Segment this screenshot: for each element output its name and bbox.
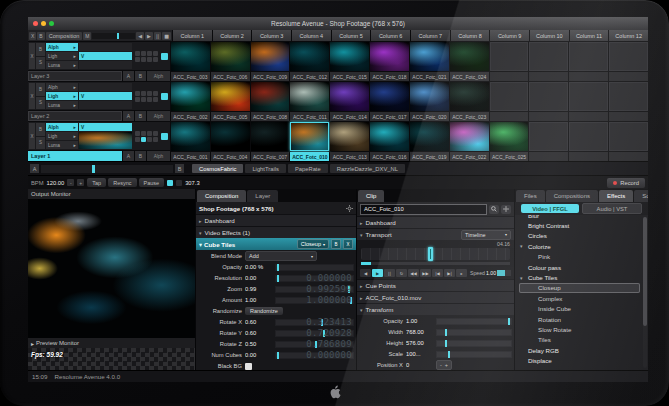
toggle-video-ffgl[interactable]: Video | FFGL [521, 204, 579, 213]
clip-thumbnail[interactable] [251, 42, 290, 71]
column-transport-button[interactable]: ▶ [145, 32, 153, 40]
empty-clip-cell[interactable] [529, 42, 568, 81]
clip-cell[interactable]: ACC_Fotc_006 [211, 42, 250, 81]
cue-points-section[interactable]: ▸Cue Points [357, 279, 514, 291]
layer-name-label[interactable]: Layer 2 [28, 111, 122, 121]
column-transport-button[interactable]: ◀ [136, 32, 144, 40]
parameter-value[interactable]: 0.99 [245, 286, 272, 292]
clip-cell[interactable]: ACC_Fotc_025 [490, 122, 529, 161]
blend-mode-option[interactable]: Alph▸ [46, 43, 78, 51]
transport-mode-dropdown[interactable]: Timeline▾ [461, 230, 511, 240]
clip-thumbnail[interactable] [171, 82, 210, 111]
parameter-value[interactable]: 0.00 % [245, 264, 272, 270]
output-monitor-header[interactable]: Output Monitor [28, 189, 195, 199]
clip-thumbnail[interactable] [410, 82, 449, 111]
bpm-tap-button[interactable]: Tap [87, 178, 106, 187]
clip-cell[interactable]: ACC_Fotc_021 [410, 42, 449, 81]
cube-tiles-effect-header[interactable]: ▾ Cube Tiles Closeup▾ B X [196, 238, 356, 250]
clip-thumbnail[interactable] [609, 42, 648, 71]
mini-transport-button[interactable] [141, 91, 146, 96]
clip-cell[interactable]: ACC_Fotc_007 [251, 122, 290, 161]
clip-thumbnail[interactable] [171, 122, 210, 151]
blend-mode-option[interactable]: Alph▸ [46, 123, 78, 131]
effect-remove-button[interactable]: X [343, 239, 353, 249]
mini-transport-button[interactable] [153, 131, 158, 136]
mini-transport-button[interactable] [153, 51, 158, 56]
clip-thumbnail[interactable] [211, 42, 250, 71]
mini-transport-button[interactable] [147, 91, 152, 96]
parameter-button[interactable]: Randomize [245, 307, 283, 315]
preview-monitor-header[interactable]: ▸ Preview Monitor [28, 338, 195, 348]
clip-cell[interactable]: ACC_Fotc_009 [251, 42, 290, 81]
clip-thumbnail[interactable] [529, 82, 568, 111]
clip-thumbnail[interactable] [370, 82, 409, 111]
clip-thumbnail[interactable] [251, 122, 290, 151]
clip-gear-icon[interactable] [501, 205, 511, 214]
clip-cell[interactable]: ACC_Fotc_003 [171, 42, 210, 81]
bpm-resync-button[interactable]: Resync [108, 178, 136, 187]
mini-transport-button[interactable] [135, 97, 140, 102]
speed-value[interactable]: 1.00 [486, 270, 496, 276]
mini-transport-button[interactable] [135, 57, 140, 62]
column-header[interactable]: Column 1 [173, 30, 212, 41]
layer-clear-button[interactable]: X [29, 123, 35, 149]
clip-cell[interactable]: ACC_Fotc_012 [290, 42, 329, 81]
gear-icon[interactable] [346, 205, 353, 212]
effect-item[interactable]: Circles [519, 231, 640, 241]
layer-crossfader-b-button[interactable]: B [135, 151, 146, 161]
crossfader-a-button[interactable]: A [30, 164, 39, 173]
tab-effects[interactable]: Effects [599, 190, 633, 202]
bpm-increase-button[interactable]: + [77, 179, 84, 186]
blend-mode-option[interactable]: Luma▸ [46, 141, 78, 149]
blend-mode-option[interactable]: Ligh▸ [46, 52, 78, 60]
record-button[interactable]: Record [607, 178, 645, 188]
mini-transport-button[interactable] [153, 57, 158, 62]
mini-transport-button[interactable] [153, 97, 158, 102]
clip-cell[interactable]: ACC_Fotc_024 [450, 42, 489, 81]
parameter-value[interactable]: 0.00 [245, 275, 272, 281]
parameter-slider[interactable] [436, 318, 512, 325]
mini-transport-button[interactable] [147, 131, 152, 136]
parameter-value[interactable]: 0.00 [245, 352, 272, 358]
clip-thumbnail[interactable] [490, 82, 529, 111]
parameter-slider[interactable]: 0.786809 [275, 341, 354, 348]
parameter-slider[interactable]: 0.000000 [275, 275, 354, 282]
parameter-slider[interactable]: 0.720928 [275, 330, 354, 337]
transform-section[interactable]: ▾Transform [357, 303, 514, 315]
parameter-value[interactable]: 768.00 [406, 329, 433, 335]
clip-thumbnail[interactable] [211, 82, 250, 111]
column-header[interactable]: Column 12 [609, 30, 648, 41]
layer-autopilot-button[interactable] [161, 93, 168, 100]
clip-thumbnail[interactable] [251, 82, 290, 111]
clip-thumbnail[interactable] [211, 122, 250, 151]
blend-mode-option[interactable]: Alph▸ [46, 83, 78, 91]
pause-button[interactable]: || [384, 269, 395, 277]
rewind-button[interactable]: ◀◀ [408, 269, 419, 277]
clip-cell[interactable]: ACC_Fotc_004 [211, 122, 250, 161]
layer-crossfader-a-button[interactable]: A [123, 71, 134, 81]
clip-thumbnail[interactable] [370, 122, 409, 151]
effect-preset-item[interactable]: Closeup [519, 283, 640, 293]
layer-bypass-button[interactable]: B [36, 83, 45, 96]
mini-transport-button[interactable] [147, 57, 152, 62]
composition-bypass-button[interactable]: B [37, 32, 44, 40]
clip-thumbnail[interactable] [569, 122, 608, 151]
blend-mode-option[interactable]: Luma▸ [46, 101, 78, 109]
blend-mode-option[interactable]: Ligh▸ [46, 132, 78, 140]
clip-cell[interactable]: ACC_Fotc_010 [290, 122, 329, 161]
clip-thumbnail[interactable] [290, 82, 329, 111]
mini-transport-button[interactable] [135, 51, 140, 56]
clip-cell[interactable]: ACC_Fotc_016 [370, 122, 409, 161]
effect-preset-item[interactable]: Tiles [519, 335, 640, 345]
clip-thumbnail[interactable] [450, 42, 489, 71]
clip-thumbnail[interactable] [490, 42, 529, 71]
prev-button[interactable]: ◀ [360, 269, 371, 277]
clip-thumbnail[interactable] [609, 82, 648, 111]
clip-thumbnail[interactable] [569, 42, 608, 71]
empty-clip-cell[interactable] [609, 42, 648, 81]
tab-clip[interactable]: Clip [358, 190, 384, 202]
minimize-button[interactable] [41, 21, 46, 26]
clip-thumbnail[interactable] [290, 42, 329, 71]
deck-tab[interactable]: PapeRate [288, 164, 328, 173]
zoom-button[interactable] [49, 21, 54, 26]
